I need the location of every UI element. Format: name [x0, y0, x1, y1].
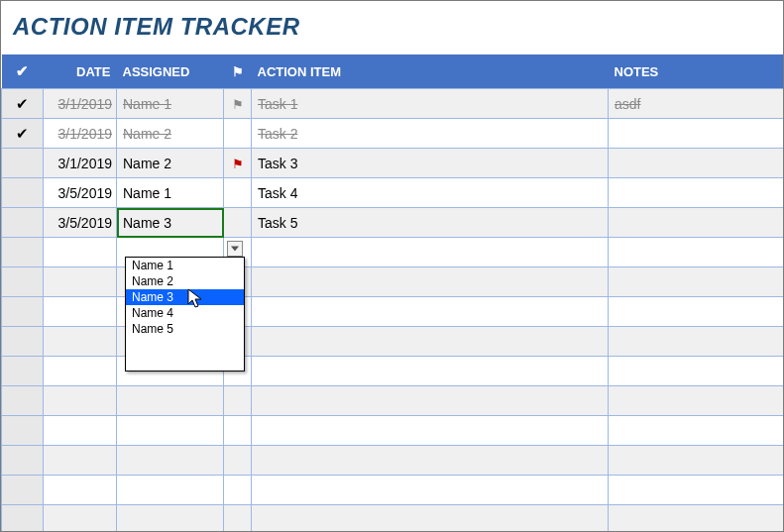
- table-row-empty: [2, 327, 784, 357]
- dropdown-option[interactable]: Name 5: [126, 321, 244, 337]
- empty-cell[interactable]: [2, 416, 44, 446]
- empty-cell[interactable]: [609, 297, 784, 327]
- empty-cell[interactable]: [2, 297, 44, 327]
- empty-cell[interactable]: [2, 386, 44, 416]
- flag-icon: ⚑: [232, 157, 244, 171]
- action-cell[interactable]: Task 5: [252, 208, 609, 238]
- dropdown-option[interactable]: Name 4: [126, 305, 244, 321]
- assigned-cell[interactable]: Name 1: [117, 178, 224, 208]
- empty-cell[interactable]: [224, 416, 252, 446]
- date-cell[interactable]: 3/1/2019: [44, 119, 117, 149]
- empty-cell[interactable]: [224, 446, 252, 476]
- checkbox-cell[interactable]: ✔: [2, 119, 44, 149]
- table-row-empty: [2, 357, 784, 386]
- empty-cell[interactable]: [44, 476, 117, 505]
- empty-cell[interactable]: [117, 416, 224, 446]
- empty-cell[interactable]: [609, 505, 784, 533]
- flag-cell[interactable]: ⚑: [224, 89, 252, 119]
- date-cell[interactable]: 3/5/2019: [44, 208, 117, 238]
- empty-cell[interactable]: [252, 267, 609, 297]
- date-cell[interactable]: 3/1/2019: [44, 89, 117, 119]
- header-flag: ⚑: [224, 54, 252, 89]
- date-cell[interactable]: 3/5/2019: [44, 178, 117, 208]
- assigned-cell[interactable]: Name 3: [117, 208, 224, 238]
- action-cell[interactable]: Task 2: [252, 119, 609, 149]
- empty-cell[interactable]: [2, 505, 44, 533]
- table-row-empty: [2, 505, 784, 533]
- empty-cell[interactable]: [609, 416, 784, 446]
- notes-cell[interactable]: asdf: [609, 89, 784, 119]
- notes-cell[interactable]: [609, 178, 784, 208]
- chevron-down-icon: [231, 246, 239, 252]
- empty-cell[interactable]: [44, 327, 117, 357]
- flag-cell[interactable]: [224, 208, 252, 238]
- empty-cell[interactable]: [44, 446, 117, 476]
- empty-cell[interactable]: [44, 297, 117, 327]
- table-row-empty: [2, 446, 784, 476]
- empty-cell[interactable]: [224, 505, 252, 533]
- empty-cell[interactable]: [252, 386, 609, 416]
- empty-cell[interactable]: [44, 267, 117, 297]
- empty-cell[interactable]: [609, 267, 784, 297]
- empty-cell[interactable]: [609, 446, 784, 476]
- dropdown-option[interactable]: Name 2: [126, 273, 244, 289]
- empty-cell[interactable]: [252, 357, 609, 386]
- empty-cell[interactable]: [117, 476, 224, 505]
- empty-cell[interactable]: [252, 505, 609, 533]
- empty-cell[interactable]: [609, 238, 784, 267]
- empty-cell[interactable]: [609, 476, 784, 505]
- empty-cell[interactable]: [252, 416, 609, 446]
- empty-cell[interactable]: [252, 476, 609, 505]
- dropdown-trigger-button[interactable]: [227, 241, 243, 257]
- notes-cell[interactable]: [609, 208, 784, 238]
- dropdown-option[interactable]: Name 3: [126, 289, 244, 305]
- page-title: ACTION ITEM TRACKER: [1, 1, 783, 54]
- notes-cell[interactable]: [609, 149, 784, 178]
- assigned-cell[interactable]: Name 1: [117, 89, 224, 119]
- dropdown-option[interactable]: Name 1: [126, 258, 244, 273]
- empty-cell[interactable]: [2, 267, 44, 297]
- empty-cell[interactable]: [609, 327, 784, 357]
- action-table: ✔ DATE ASSIGNED ⚑ ACTION ITEM NOTES ✔3/1…: [1, 54, 783, 532]
- checkbox-cell[interactable]: [2, 178, 44, 208]
- empty-cell[interactable]: [44, 238, 117, 267]
- header-check: ✔: [2, 54, 44, 89]
- checkbox-cell[interactable]: [2, 149, 44, 178]
- action-cell[interactable]: Task 4: [252, 178, 609, 208]
- flag-cell[interactable]: ⚑: [224, 149, 252, 178]
- flag-cell[interactable]: [224, 178, 252, 208]
- action-cell[interactable]: Task 3: [252, 149, 609, 178]
- empty-cell[interactable]: [224, 476, 252, 505]
- empty-cell[interactable]: [44, 505, 117, 533]
- date-cell[interactable]: 3/1/2019: [44, 149, 117, 178]
- table-row: 3/5/2019Name 3Task 5: [2, 208, 784, 238]
- empty-cell[interactable]: [252, 446, 609, 476]
- flag-cell[interactable]: [224, 119, 252, 149]
- assigned-cell[interactable]: Name 2: [117, 119, 224, 149]
- empty-cell[interactable]: [609, 386, 784, 416]
- empty-cell[interactable]: [117, 386, 224, 416]
- empty-cell[interactable]: [44, 386, 117, 416]
- action-cell[interactable]: Task 1: [252, 89, 609, 119]
- empty-cell[interactable]: [609, 357, 784, 386]
- empty-cell[interactable]: [2, 446, 44, 476]
- assigned-cell[interactable]: Name 2: [117, 149, 224, 178]
- empty-cell[interactable]: [44, 416, 117, 446]
- empty-cell[interactable]: [224, 386, 252, 416]
- empty-cell[interactable]: [44, 357, 117, 386]
- empty-cell[interactable]: [117, 505, 224, 533]
- empty-cell[interactable]: [2, 357, 44, 386]
- checkbox-cell[interactable]: [2, 208, 44, 238]
- empty-cell[interactable]: [2, 327, 44, 357]
- notes-cell[interactable]: [609, 119, 784, 149]
- empty-cell[interactable]: [252, 238, 609, 267]
- assigned-dropdown-list[interactable]: Name 1Name 2Name 3Name 4Name 5: [125, 257, 245, 372]
- empty-cell[interactable]: [252, 297, 609, 327]
- empty-cell[interactable]: [2, 476, 44, 505]
- table-row-empty: [2, 297, 784, 327]
- empty-cell[interactable]: [117, 446, 224, 476]
- empty-cell[interactable]: [2, 238, 44, 267]
- checkbox-cell[interactable]: ✔: [2, 89, 44, 119]
- table-row: ✔3/1/2019Name 1⚑Task 1asdf: [2, 89, 784, 119]
- empty-cell[interactable]: [252, 327, 609, 357]
